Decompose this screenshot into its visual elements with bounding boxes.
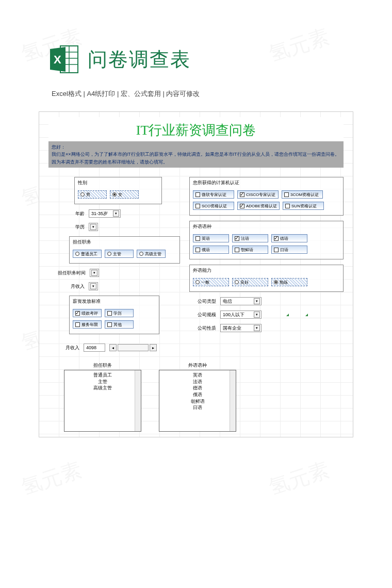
scrollbar[interactable] <box>135 370 141 431</box>
conature-label: 公司性质 <box>190 325 216 332</box>
cosize-dropdown[interactable]: 100人以下▾ <box>220 311 262 319</box>
chevron-down-icon: ▾ <box>254 325 260 331</box>
langskill-opt2-label: 良好 <box>240 280 249 285</box>
tenure-dropdown[interactable]: ▾ <box>90 269 99 277</box>
gender-female-label: 女 <box>118 192 122 198</box>
cert-opt5-checkbox[interactable]: ADOBE资格认证 <box>237 202 280 210</box>
salarystd-opt3-checkbox[interactable]: 服务年限 <box>73 320 102 329</box>
listbox-pos-title: 担任职务 <box>64 362 141 369</box>
chevron-down-icon: ▾ <box>90 283 96 289</box>
chevron-down-icon: ▾ <box>90 224 96 230</box>
cert-opt2-checkbox[interactable]: CISCO专家认证 <box>237 190 279 199</box>
salarystd-opt4-checkbox[interactable]: 其他 <box>105 320 134 329</box>
cert-opt6-checkbox[interactable]: SUN资格认证 <box>283 202 324 210</box>
income2-value-box[interactable]: 4098 <box>84 344 105 352</box>
lang-opt4-checkbox[interactable]: 俄语 <box>193 246 229 254</box>
list-item[interactable]: 主管 <box>67 379 139 385</box>
salarystd-opt2-checkbox[interactable]: 学历 <box>105 309 134 317</box>
salarystd-opt1-checkbox[interactable]: 绩效考评 <box>73 309 102 317</box>
arrow-right-icon[interactable]: ▸ <box>150 344 157 351</box>
langskill-opt3-radio[interactable]: 熟练 <box>271 278 307 286</box>
lang-opt6-checkbox[interactable]: 日语 <box>271 246 307 254</box>
income2-label: 月收入 <box>54 345 79 351</box>
position-listbox[interactable]: 普通员工 主管 高级主管 <box>64 370 141 432</box>
income2-scrollbar[interactable]: ◂ ▸ <box>109 344 157 351</box>
intro-greeting: 您好： <box>52 143 340 151</box>
lang-group-title: 外语语种 <box>193 223 340 231</box>
lang-opt4-label: 俄语 <box>202 247 210 253</box>
lang-opt6-label: 日语 <box>280 247 288 253</box>
position-opt3-label: 高级主管 <box>145 251 161 257</box>
salarystd-opt3-label: 服务年限 <box>81 322 98 328</box>
excel-icon: X <box>49 44 80 75</box>
position-opt1-radio[interactable]: 普通员工 <box>73 250 102 258</box>
intro-line-2: 因为本调查并不需要您的姓名和详细地址，请放心填写。 <box>52 158 340 166</box>
lang-opt1-checkbox[interactable]: 英语 <box>193 234 229 242</box>
position-group-title: 担任职务 <box>73 239 176 247</box>
intro-line-1: 我们是××网络公司，为了了解本市的IT行业职工的薪资水平，特做此调查。如果您是本… <box>52 151 340 158</box>
langskill-opt1-radio[interactable]: 一般 <box>193 278 229 286</box>
lang-opt5-checkbox[interactable]: 朝鲜语 <box>232 246 268 254</box>
langskill-opt2-radio[interactable]: 良好 <box>232 278 268 286</box>
salarystd-opt1-label: 绩效考评 <box>81 311 98 316</box>
lang-opt2-checkbox[interactable]: 法语 <box>232 234 268 242</box>
list-item[interactable]: 朝鲜语 <box>161 398 234 405</box>
age-dropdown[interactable]: 31-35岁▾ <box>89 209 121 218</box>
age-label: 年龄 <box>59 210 85 217</box>
chevron-down-icon: ▾ <box>91 270 97 276</box>
list-item[interactable]: 法语 <box>161 379 234 385</box>
cosize-label: 公司规模 <box>190 312 216 318</box>
spreadsheet-preview: IT行业薪资调查问卷 您好： 我们是××网络公司，为了了解本市的IT行业职工的薪… <box>39 111 353 437</box>
salarystd-opt2-label: 学历 <box>113 311 122 316</box>
position-opt2-radio[interactable]: 主管 <box>105 250 134 258</box>
gender-female-radio[interactable]: 女 <box>110 190 139 199</box>
listbox-lang-title: 外语语种 <box>159 362 236 369</box>
conature-value: 国有企业 <box>223 325 241 332</box>
lang-opt3-checkbox[interactable]: 德语 <box>271 234 307 242</box>
monthly-dropdown[interactable]: ▾ <box>89 282 98 290</box>
arrow-left-icon[interactable]: ◂ <box>109 344 117 351</box>
salarystd-opt4-label: 其他 <box>113 322 122 328</box>
gender-male-label: 男 <box>86 192 90 198</box>
chevron-down-icon: ▾ <box>254 298 260 304</box>
chevron-down-icon: ▾ <box>113 210 119 217</box>
watermark: 氢元素 <box>18 455 85 501</box>
cert-opt3-checkbox[interactable]: 3COM资格认证 <box>282 190 323 199</box>
cert-group-title: 您所获得的计算机认证 <box>193 179 340 187</box>
cell-indicator-icon <box>286 314 289 316</box>
list-item[interactable]: 英语 <box>161 372 234 379</box>
edu-dropdown[interactable]: ▾ <box>89 223 98 231</box>
conature-dropdown[interactable]: 国有企业▾ <box>220 324 262 332</box>
monthly-label: 月收入 <box>59 283 85 290</box>
cert-opt4-checkbox[interactable]: SCO资格认证 <box>193 202 234 210</box>
list-item[interactable]: 德语 <box>161 385 234 391</box>
position-opt1-label: 普通员工 <box>81 251 97 257</box>
list-item[interactable]: 普通员工 <box>67 372 139 379</box>
langskill-opt1-label: 一般 <box>201 280 209 285</box>
svg-text:X: X <box>54 53 61 66</box>
cert-opt1-checkbox[interactable]: 微软专家认证 <box>193 190 234 199</box>
cert-opt6-label: SUN资格认证 <box>291 203 317 209</box>
gender-group-title: 性别 <box>78 179 158 187</box>
page-title: 问卷调查表 <box>88 46 191 73</box>
position-opt2-label: 主管 <box>113 251 121 257</box>
page-subtitle: Excel格式 | A4纸打印 | 宏、公式套用 | 内容可修改 <box>0 85 392 99</box>
income2-value: 4098 <box>86 345 96 350</box>
list-item[interactable]: 俄语 <box>161 391 234 398</box>
list-item[interactable]: 高级主管 <box>67 385 139 391</box>
chevron-down-icon: ▾ <box>254 312 260 318</box>
cert-opt4-label: SCO资格认证 <box>202 203 227 209</box>
cell-indicator-icon <box>305 314 308 316</box>
list-item[interactable]: 日语 <box>161 404 234 411</box>
scrollbar[interactable] <box>230 370 236 431</box>
cert-opt2-label: CISCO专家认证 <box>246 192 275 198</box>
cosize-value: 100人以下 <box>223 312 244 318</box>
lang-opt2-label: 法语 <box>241 236 249 241</box>
position-opt3-radio[interactable]: 高级主管 <box>137 250 166 258</box>
cotype-dropdown[interactable]: 电信▾ <box>220 297 262 305</box>
lang-listbox[interactable]: 英语 法语 德语 俄语 朝鲜语 日语 <box>159 370 236 432</box>
cotype-label: 公司类型 <box>190 298 216 305</box>
gender-male-radio[interactable]: 男 <box>78 190 107 199</box>
document-title: IT行业薪资调查问卷 <box>48 117 344 141</box>
tenure-label: 担任职务时间 <box>50 270 86 276</box>
